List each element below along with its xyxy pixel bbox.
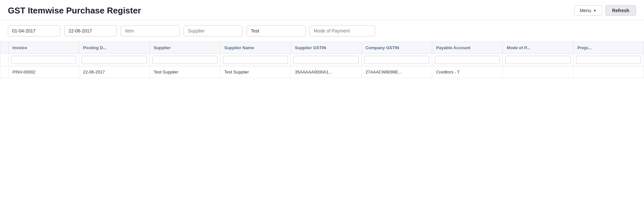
payable-account-filter-cell xyxy=(432,54,502,66)
selector-filter-cell xyxy=(0,54,9,66)
cell-supplier_gstin: 35AAAAA0000A1... xyxy=(291,66,361,78)
col-header-mode-of-payment[interactable]: Mode of P... xyxy=(503,42,573,54)
cell-supplier: Test Supplier xyxy=(150,66,220,78)
supplier-filter-cell xyxy=(150,54,220,66)
col-header-posting-date[interactable]: Posting D... xyxy=(79,42,150,54)
supplier-gstin-col-filter[interactable] xyxy=(293,56,358,64)
empty-space xyxy=(0,78,644,150)
project-col-filter[interactable] xyxy=(576,56,641,64)
purchase-register-table: Invoice Posting D... Supplier Supplier N… xyxy=(0,42,644,150)
posting-date-col-filter[interactable] xyxy=(82,56,147,64)
supplier-col-filter[interactable] xyxy=(152,56,217,64)
cell-mode_of_payment xyxy=(503,66,573,78)
cell-posting_date: 22-06-2017 xyxy=(79,66,150,78)
cell-project xyxy=(573,66,644,78)
supplier-name-col-filter[interactable] xyxy=(223,56,288,64)
col-header-company-gstin[interactable]: Company GSTIN xyxy=(361,42,432,54)
table-container: Invoice Posting D... Supplier Supplier N… xyxy=(0,42,644,150)
date-from-input[interactable] xyxy=(8,25,60,36)
supplier-gstin-filter-cell xyxy=(291,54,361,66)
cell-invoice: PINV-00002 xyxy=(9,66,79,78)
date-to-input[interactable] xyxy=(64,25,117,36)
page-title: GST Itemwise Purchase Register xyxy=(8,6,141,16)
page-header: GST Itemwise Purchase Register Menu ▼ Re… xyxy=(0,0,644,20)
col-header-invoice[interactable]: Invoice xyxy=(9,42,79,54)
menu-label: Menu xyxy=(580,8,591,13)
cell-company_gstin: 27AAACW8099E... xyxy=(361,66,432,78)
project-filter-cell xyxy=(573,54,644,66)
row-selector-header xyxy=(0,42,9,54)
col-header-project[interactable]: Proje... xyxy=(573,42,644,54)
supplier-filter-input[interactable] xyxy=(184,25,243,36)
refresh-button[interactable]: Refresh xyxy=(605,5,636,16)
filters-bar xyxy=(0,20,644,42)
table-body: PINV-0000222-06-2017Test SupplierTest Su… xyxy=(0,66,644,150)
menu-button[interactable]: Menu ▼ xyxy=(574,5,602,16)
company-filter-input[interactable] xyxy=(247,25,306,36)
col-header-supplier-name[interactable]: Supplier Name xyxy=(220,42,291,54)
mode-col-filter[interactable] xyxy=(505,56,570,64)
payable-account-col-filter[interactable] xyxy=(435,56,500,64)
row-selector-cell xyxy=(0,66,9,78)
col-header-supplier[interactable]: Supplier xyxy=(150,42,220,54)
company-gstin-filter-cell xyxy=(361,54,432,66)
column-filter-row xyxy=(0,54,644,66)
table-header-row: Invoice Posting D... Supplier Supplier N… xyxy=(0,42,644,54)
col-header-payable-account[interactable]: Payable Account xyxy=(432,42,502,54)
invoice-filter-cell xyxy=(9,54,79,66)
mode-filter-cell xyxy=(503,54,573,66)
chevron-down-icon: ▼ xyxy=(593,9,596,12)
col-header-supplier-gstin[interactable]: Supplier GSTIN xyxy=(291,42,361,54)
mode-of-payment-filter-input[interactable] xyxy=(310,25,375,36)
cell-payable_account: Creditors - T xyxy=(432,66,502,78)
header-actions: Menu ▼ Refresh xyxy=(574,5,636,16)
company-gstin-col-filter[interactable] xyxy=(364,56,429,64)
table-row[interactable]: PINV-0000222-06-2017Test SupplierTest Su… xyxy=(0,66,644,78)
invoice-col-filter[interactable] xyxy=(11,56,76,64)
cell-supplier_name: Test Supplier xyxy=(220,66,291,78)
item-filter-input[interactable] xyxy=(121,25,180,36)
supplier-name-filter-cell xyxy=(220,54,291,66)
posting-date-filter-cell xyxy=(79,54,150,66)
